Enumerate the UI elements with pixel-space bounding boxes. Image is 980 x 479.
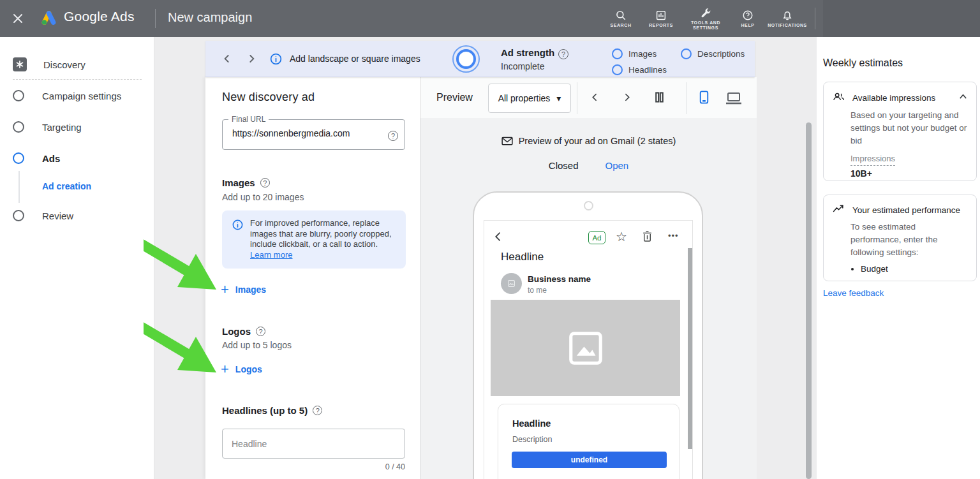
weekly-estimates-panel: Weekly estimates Available impressions B… — [817, 37, 980, 479]
add-logos-button[interactable]: + Logos — [221, 363, 262, 376]
learn-more-link[interactable]: Learn more — [250, 250, 292, 260]
discovery-campaign-icon — [13, 57, 27, 71]
headlines-section-header: Headlines (up to 5) ? — [222, 405, 322, 416]
help-icon[interactable]: ? — [313, 406, 322, 415]
previous-suggestion-icon[interactable] — [221, 52, 234, 68]
preview-prev-icon[interactable] — [589, 91, 601, 106]
topbar-divider — [155, 9, 156, 28]
card-title: Your estimated performance — [852, 205, 960, 215]
collapse-icon[interactable] — [958, 91, 969, 104]
trash-icon — [641, 230, 653, 245]
ad-badge: Ad — [588, 231, 605, 244]
gmail-toolbar: Ad ☆ ••• — [484, 226, 694, 249]
trending-icon — [833, 204, 845, 216]
phone-mockup: Ad ☆ ••• Headline Business name to me He… — [473, 191, 703, 479]
logos-section-header: Logos ? — [222, 326, 265, 337]
card-description: Description — [512, 435, 553, 444]
google-ads-logo-icon — [40, 10, 57, 29]
ad-strength-title: Ad strength — [501, 47, 554, 58]
state-open-tab[interactable]: Open — [605, 160, 629, 171]
sidebar-item-discovery[interactable]: Discovery — [0, 54, 154, 75]
mobile-preview-toggle[interactable] — [697, 89, 711, 108]
step-radio-icon — [13, 210, 24, 221]
image-icon — [566, 328, 605, 368]
radio-icon — [612, 64, 623, 75]
bell-icon — [782, 10, 793, 23]
preview-toolbar: Preview All properties ▾ — [420, 77, 757, 118]
gmail-subject: Headline — [501, 251, 544, 263]
step-radio-icon-active — [13, 152, 24, 164]
add-images-button[interactable]: + Images — [221, 283, 266, 296]
info-icon — [232, 219, 244, 233]
top-app-bar: Google Ads New campaign SEARCH REPORTS T… — [0, 0, 980, 37]
sidebar-item-targeting[interactable]: Targeting — [0, 116, 154, 138]
headline-char-counter: 0 / 40 — [222, 462, 405, 471]
campaign-steps-sidebar: Discovery Campaign settings Targeting Ad… — [0, 37, 154, 479]
required-setting-budget: Budget — [861, 263, 967, 276]
help-icon[interactable]: ? — [388, 129, 398, 141]
impressions-metric-label[interactable]: Impressions — [850, 152, 895, 166]
desktop-preview-toggle[interactable] — [725, 91, 742, 108]
page-title: New campaign — [168, 10, 252, 25]
nav-notifications-button[interactable]: NOTIFICATIONS — [766, 0, 809, 37]
strength-suggestion-text: Add landscape or square images — [290, 54, 420, 64]
form-title: New discovery ad — [222, 91, 315, 104]
radio-icon — [681, 48, 692, 59]
available-impressions-card: Available impressions Based on your targ… — [823, 82, 977, 181]
next-suggestion-icon[interactable] — [245, 52, 258, 68]
ad-content-card: Headline Description undefined — [498, 404, 679, 479]
image-placeholder — [491, 300, 680, 396]
help-icon[interactable]: ? — [256, 327, 265, 336]
images-info-box: For improved performance, replace images… — [222, 210, 406, 269]
info-text: For improved performance, replace images… — [250, 218, 392, 249]
headline-input[interactable] — [222, 429, 405, 459]
preview-next-icon[interactable] — [621, 91, 633, 106]
sidebar-item-label: Review — [42, 210, 73, 221]
card-body-text: Based on your targeting and settings but… — [850, 110, 967, 145]
images-section-header: Images ? — [222, 177, 270, 188]
sidebar-item-review[interactable]: Review — [0, 205, 154, 226]
nav-tools-settings-button[interactable]: TOOLS AND SETTINGS — [685, 0, 726, 37]
recipient: to me — [528, 286, 547, 295]
wrench-icon — [700, 7, 711, 20]
impressions-metric-value: 10B+ — [850, 167, 967, 180]
business-name: Business name — [528, 274, 591, 284]
help-icon[interactable]: ? — [260, 178, 270, 188]
info-icon[interactable] — [269, 52, 283, 68]
card-headline: Headline — [512, 418, 551, 429]
sidebar-divider — [13, 79, 142, 80]
preview-state-tabs: Closed Open — [420, 160, 757, 171]
close-icon[interactable] — [10, 11, 26, 26]
final-url-label: Final URL — [228, 115, 269, 124]
card-title: Available impressions — [852, 93, 935, 103]
page-scrollbar[interactable] — [806, 122, 812, 479]
sidebar-item-campaign-settings[interactable]: Campaign settings — [0, 85, 154, 107]
search-icon — [615, 10, 627, 23]
step-radio-icon — [13, 121, 24, 133]
help-icon[interactable]: ? — [558, 48, 568, 59]
ad-strength-bar: Add landscape or square images Ad streng… — [205, 41, 755, 77]
estimated-performance-card: Your estimated performance To see estima… — [823, 195, 977, 281]
topbar-separator — [815, 8, 815, 29]
step-radio-icon — [13, 90, 24, 101]
card-body-text: To see estimated performance, enter the … — [850, 222, 938, 257]
toolbar-divider — [686, 82, 687, 114]
nav-search-button[interactable]: SEARCH — [604, 0, 638, 37]
properties-dropdown[interactable]: All properties ▾ — [488, 84, 571, 113]
nav-help-button[interactable]: HELP — [732, 0, 763, 37]
help-icon — [742, 10, 754, 23]
sidebar-item-ads[interactable]: Ads — [0, 147, 154, 169]
final-url-input[interactable] — [232, 128, 373, 138]
ad-strength-status: Incomplete — [501, 61, 544, 71]
preview-title: Preview — [436, 92, 473, 103]
sidebar-item-label: Ads — [42, 153, 60, 164]
cta-button: undefined — [512, 452, 667, 468]
sidebar-item-ad-creation[interactable]: Ad creation — [42, 181, 91, 191]
plus-icon: + — [221, 283, 229, 296]
leave-feedback-link[interactable]: Leave feedback — [823, 288, 884, 298]
state-closed-tab[interactable]: Closed — [549, 160, 579, 171]
pause-icon[interactable] — [653, 91, 666, 107]
nav-reports-button[interactable]: REPORTS — [643, 0, 679, 37]
preview-scrollbar[interactable] — [688, 248, 692, 449]
gmail-ad-preview: Ad ☆ ••• Headline Business name to me He… — [484, 220, 693, 479]
